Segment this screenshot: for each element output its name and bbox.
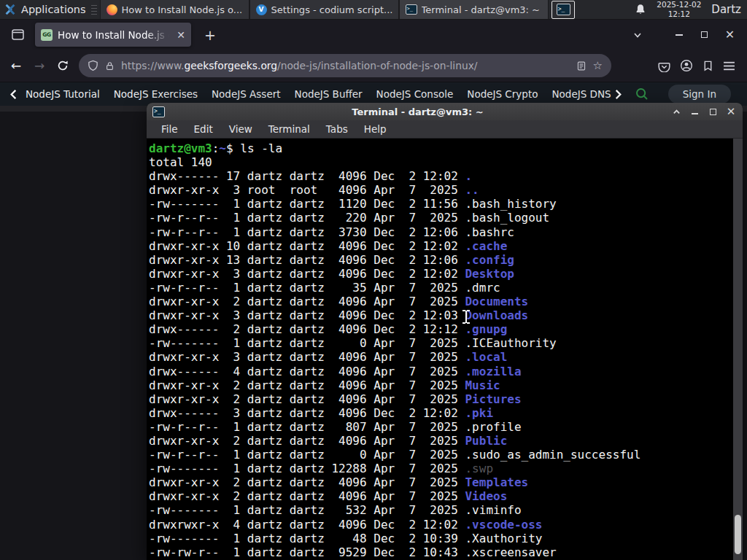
mouse-cursor-ibeam [462,309,471,324]
distro-logo-icon [4,3,17,16]
top-panel: Applications How to Install Node.js o...… [0,0,747,20]
taskbar-label: Settings - codium script... [271,4,392,15]
account-icon[interactable] [680,59,693,72]
menu-tabs[interactable]: Tabs [318,123,356,135]
url-prefix: https://www. [121,60,184,71]
terminal-line: drwx------ 4 dartz dartz 4096 Apr 7 2025… [149,365,731,378]
chevron-up-icon [673,108,681,116]
minimize-icon [692,113,698,114]
gfg-nav-item[interactable]: NodeJS Console [376,88,454,100]
close-icon: ✕ [725,29,735,41]
reload-button[interactable] [51,54,74,77]
search-icon [635,87,649,101]
terminal-line: -rw-r--r-- 1 dartz dartz 220 Apr 7 2025 … [149,211,731,225]
taskbar-label: Terminal - dartz@vm3: ~ [422,4,540,15]
tracking-protection-shield-icon[interactable] [88,60,98,71]
terminal-line: -rw-r--r-- 1 dartz dartz 3730 Dec 2 12:0… [149,225,731,239]
terminal-window-title: Terminal - dartz@vm3: ~ [165,106,670,117]
taskbar-button-terminal[interactable]: >_ Terminal - dartz@vm3: ~ [399,0,549,19]
window-minimize-button[interactable] [667,25,690,45]
terminal-shade-button[interactable] [670,106,682,117]
menu-terminal[interactable]: Terminal [260,123,318,135]
terminal-line: drwxr-xr-x 10 dartz dartz 4096 Dec 2 12:… [149,239,731,253]
chevron-down-icon [632,30,643,40]
terminal-title-bar[interactable]: >_ Terminal - dartz@vm3: ~ ✕ [147,103,743,120]
pocket-icon[interactable] [658,60,670,72]
url-domain: geeksforgeeks.org [184,60,277,71]
back-icon: ← [11,58,21,73]
search-button[interactable] [635,87,649,101]
terminal-line: -rw-r--r-- 1 dartz dartz 35 Apr 7 2025 .… [149,281,731,295]
terminal-line: -rw------- 1 dartz dartz 0 Apr 7 2025 .I… [149,336,731,350]
url-text[interactable]: https://www.geeksforgeeks.org/node-js/in… [121,60,570,71]
applications-menu-button[interactable]: Applications [0,0,91,19]
browser-tab-bar: GG How to Install Node.js on ✕ + ✕ [0,20,747,50]
geeksforgeeks-favicon: GG [41,29,53,41]
close-icon: ✕ [727,106,736,117]
applications-label: Applications [21,4,86,15]
gfg-nav-item[interactable]: NodeJS Crypto [467,88,538,100]
gfg-nav-item[interactable]: NodeJS Exercises [114,88,198,100]
tab-close-icon[interactable]: ✕ [177,30,185,40]
menu-help[interactable]: Help [356,123,395,135]
lock-icon[interactable] [105,61,115,71]
terminal-line: drwxr-xr-x 3 dartz dartz 4096 Dec 2 12:0… [149,308,731,322]
forward-button[interactable]: → [28,54,51,77]
scrollbar-thumb[interactable] [735,515,741,554]
reader-mode-icon[interactable] [576,61,587,71]
firefox-view-icon [11,28,25,42]
window-close-button[interactable]: ✕ [719,25,741,45]
sign-in-button[interactable]: Sign In [668,85,731,104]
menu-hamburger-icon[interactable] [723,61,735,71]
firefox-view-button[interactable] [6,24,29,46]
back-button[interactable]: ← [4,54,28,77]
gfg-nav-item[interactable]: NodeJS DNS [551,88,611,100]
terminal-close-button[interactable]: ✕ [725,106,737,117]
gfg-nav-items: NodeJS TutorialNodeJS ExercisesNodeJS As… [26,88,612,100]
minimize-icon [676,34,683,36]
notification-bell-icon[interactable] [635,4,646,15]
bookmark-star-icon[interactable]: ☆ [593,59,603,72]
panel-separator-handle [91,4,97,15]
menu-edit[interactable]: Edit [186,123,221,135]
scroll-right-button[interactable] [614,89,623,100]
user-menu[interactable]: Dartz [711,3,741,16]
terminal-line: drwxr-xr-x 2 dartz dartz 4096 Apr 7 2025… [149,475,731,489]
terminal-line: drwx------ 2 dartz dartz 4096 Dec 2 12:1… [149,322,731,336]
terminal-line: drwxrwxr-x 4 dartz dartz 4096 Dec 2 12:0… [149,518,731,532]
terminal-maximize-button[interactable] [707,106,719,117]
maximize-icon [701,31,708,38]
terminal-line: dartz@vm3:~$ ls -la [149,141,731,155]
url-bar[interactable]: https://www.geeksforgeeks.org/node-js/in… [79,54,611,77]
reload-icon [57,60,69,71]
terminal-line: -rw------- 1 dartz dartz 1120 Dec 2 11:5… [149,197,731,211]
terminal-icon: >_ [406,4,417,15]
taskbar-button-codium[interactable]: V Settings - codium script... [249,0,399,19]
browser-tab-active[interactable]: GG How to Install Node.js on ✕ [35,23,191,47]
taskbar-button-firefox[interactable]: How to Install Node.js o... [100,0,249,19]
menu-file[interactable]: File [153,123,186,135]
terminal-output[interactable]: dartz@vm3:~$ ls -latotal 140drwx------ 1… [147,139,743,560]
terminal-line: drwxr-xr-x 2 dartz dartz 4096 Apr 7 2025… [149,295,731,308]
list-all-tabs-button[interactable] [626,25,649,45]
terminal-line: drwxr-xr-x 13 dartz dartz 4096 Dec 2 12:… [149,253,731,267]
maximize-icon [710,109,716,115]
terminal-line: total 140 [149,155,731,169]
gfg-nav-item[interactable]: NodeJS Assert [212,88,281,100]
chevron-right-icon [614,89,623,100]
extension-icon[interactable] [703,60,713,72]
terminal-icon: >_ [152,106,165,117]
menu-view[interactable]: View [221,123,260,135]
terminal-line: drwxr-xr-x 3 root root 4096 Apr 7 2025 .… [149,183,731,197]
clock[interactable]: 2025-12-02 12:12 [657,0,701,18]
window-maximize-button[interactable] [693,25,716,45]
tray-terminal-launcher[interactable]: >_ [551,1,575,19]
gfg-nav-item[interactable]: NodeJS Tutorial [26,88,100,100]
terminal-minimize-button[interactable] [689,106,700,117]
terminal-scrollbar[interactable] [733,139,743,560]
forward-icon: → [34,58,44,73]
scroll-left-button[interactable] [9,89,18,100]
terminal-line: drwxr-xr-x 3 dartz dartz 4096 Apr 7 2025… [149,350,731,364]
gfg-nav-item[interactable]: NodeJS Buffer [295,88,363,100]
new-tab-button[interactable]: + [200,27,220,43]
